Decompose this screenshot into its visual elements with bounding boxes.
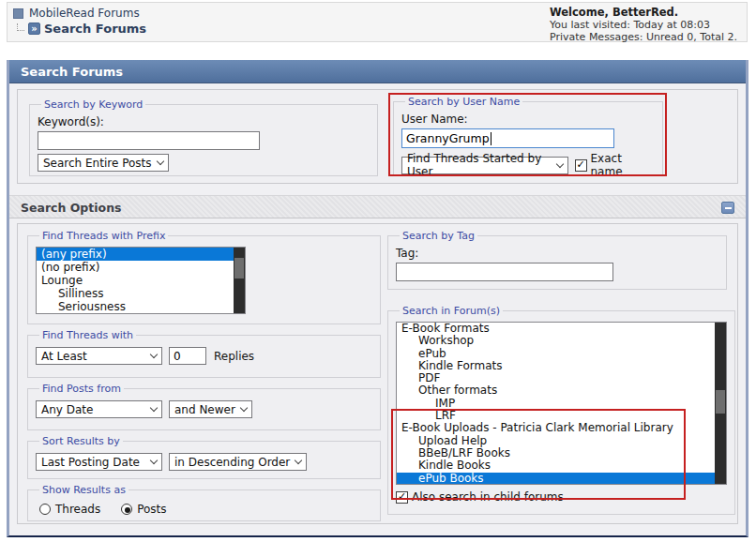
list-item[interactable]: ePub [397, 348, 726, 360]
tag-fieldset: Search by Tag Tag: [387, 230, 727, 290]
keyword-legend: Search by Keyword [41, 98, 145, 111]
welcome-panel: Welcome, BetterRed. You last visited: To… [550, 7, 737, 43]
replies-suffix-label: Replies [214, 350, 254, 363]
list-item[interactable]: Other formats [397, 384, 726, 397]
list-item[interactable]: PDF [397, 372, 726, 384]
forums-fieldset: Search in Forum(s) E-Book FormatsWorksho… [387, 305, 735, 515]
chevron-down-icon [150, 457, 158, 464]
tag-legend: Search by Tag [400, 230, 477, 242]
prefix-listbox[interactable]: (any prefix)(no prefix)LoungeSillinessSe… [36, 247, 246, 314]
tree-connector-icon [17, 23, 24, 31]
check-icon: ✓ [398, 492, 406, 502]
list-item[interactable]: E-Book Uploads - Patricia Clark Memorial… [397, 422, 726, 434]
show-results-legend: Show Results as [39, 484, 129, 496]
prefix-legend: Find Threads with Prefix [39, 230, 168, 242]
sort-legend: Sort Results by [39, 435, 123, 447]
child-forums-label: Also search in child forums [412, 490, 564, 504]
exact-name-label: Exact name [591, 152, 656, 178]
chevron-down-icon [295, 457, 302, 464]
chevron-down-icon [555, 159, 563, 167]
breadcrumb: MobileRead Forums » Search Forums [13, 7, 146, 36]
list-item[interactable]: Upload Help [397, 435, 726, 447]
search-panel: Search Forums Search by Keyword Keyword(… [7, 60, 748, 537]
search-options-title: Search Options [21, 201, 122, 215]
username-search-type-select[interactable]: Find Threads Started by User [401, 157, 568, 174]
forums-legend: Search in Forum(s) [400, 305, 503, 317]
goto-arrow-icon: » [28, 23, 40, 35]
replies-legend: Find Threads with [39, 329, 136, 341]
radio-label: Posts [137, 503, 166, 516]
radio-option-posts[interactable]: Posts [121, 503, 166, 516]
welcome-message: Welcome, BetterRed. [550, 7, 737, 19]
username-label: User Name: [401, 113, 655, 126]
list-item[interactable]: ePub Books [397, 473, 726, 485]
list-item[interactable]: Lounge [37, 274, 245, 287]
date-range-value: Any Date [41, 403, 93, 416]
search-options-bar: Search Options [9, 195, 746, 218]
list-item[interactable]: BBeB/LRF Books [397, 447, 726, 459]
keyword-search-type-select[interactable]: Search Entire Posts [38, 154, 169, 172]
breadcrumb-forum-link[interactable]: MobileRead Forums [29, 7, 140, 20]
scrollbar[interactable] [234, 248, 245, 313]
username-value: GrannyGrump [406, 131, 490, 145]
list-item[interactable]: (no prefix) [37, 261, 245, 274]
chevron-down-icon [156, 158, 163, 165]
scrollbar[interactable] [715, 323, 726, 484]
keyword-search-type-value: Search Entire Posts [43, 157, 152, 170]
tag-input[interactable] [396, 263, 613, 281]
date-fieldset: Find Posts from Any Date and Newer [27, 383, 381, 430]
check-icon: ✓ [576, 160, 584, 170]
sort-field-select[interactable]: Last Posting Date [36, 453, 162, 471]
sort-order-value: in Descending Order [174, 456, 290, 469]
list-item[interactable]: E-Book Formats [397, 323, 726, 335]
text-cursor [491, 132, 491, 145]
date-direction-select[interactable]: and Newer [169, 400, 252, 418]
list-item[interactable]: (any prefix) [37, 248, 245, 261]
radio-label: Threads [55, 503, 100, 516]
replies-comparator-select[interactable]: At Least [36, 347, 162, 365]
prefix-fieldset: Find Threads with Prefix (any prefix)(no… [27, 230, 381, 324]
keyword-fieldset: Search by Keyword Keyword(s): Search Ent… [29, 98, 378, 176]
keyword-input[interactable] [38, 131, 260, 150]
date-range-select[interactable]: Any Date [36, 400, 162, 418]
sort-order-select[interactable]: in Descending Order [169, 453, 307, 471]
search-options-box: Find Threads with Prefix (any prefix)(no… [17, 223, 738, 524]
list-item[interactable]: IMP [397, 398, 726, 410]
sort-fieldset: Sort Results by Last Posting Date in Des… [27, 435, 381, 479]
chevron-down-icon [240, 404, 248, 412]
radio-option-threads[interactable]: Threads [39, 503, 100, 516]
tag-label: Tag: [396, 247, 718, 260]
keyword-label: Keyword(s): [38, 115, 370, 128]
replies-fieldset: Find Threads with At Least Replies [27, 329, 381, 378]
forum-icon [13, 8, 23, 19]
list-item[interactable]: LRF [397, 410, 726, 422]
radio-icon [39, 504, 51, 515]
list-item[interactable]: Silliness [37, 287, 245, 300]
username-legend: Search by User Name [405, 96, 522, 108]
scrollbar-thumb[interactable] [234, 258, 244, 279]
username-input[interactable]: GrannyGrump [401, 128, 614, 148]
username-search-type-value: Find Threads Started by User [407, 152, 552, 178]
chevron-down-icon [150, 351, 158, 358]
page-title: Search Forums [44, 22, 146, 36]
minus-icon [725, 207, 732, 209]
show-results-fieldset: Show Results as ThreadsPosts [27, 484, 381, 521]
date-direction-value: and Newer [174, 403, 235, 416]
replies-count-input[interactable] [169, 347, 206, 365]
child-forums-checkbox[interactable]: ✓ [396, 491, 408, 504]
collapse-button[interactable] [721, 202, 734, 214]
exact-name-checkbox[interactable]: ✓ [575, 159, 587, 172]
list-item[interactable]: Kindle Formats [397, 360, 726, 372]
replies-comparator-value: At Least [41, 350, 87, 363]
private-messages-text: Private Messages: Unread 0, Total 2. [550, 31, 737, 43]
list-item[interactable]: Kindle Books [397, 459, 726, 472]
username-fieldset: Search by User Name User Name: GrannyGru… [393, 96, 663, 175]
panel-title-bar: Search Forums [9, 60, 746, 83]
forums-listbox[interactable]: E-Book FormatsWorkshopePubKindle Formats… [396, 322, 727, 485]
list-item[interactable]: Seriousness [37, 300, 245, 313]
list-item[interactable]: Workshop [397, 335, 726, 347]
date-legend: Find Posts from [39, 383, 124, 395]
radio-icon [121, 504, 132, 515]
sort-field-value: Last Posting Date [41, 456, 140, 469]
scrollbar-thumb[interactable] [716, 390, 725, 414]
